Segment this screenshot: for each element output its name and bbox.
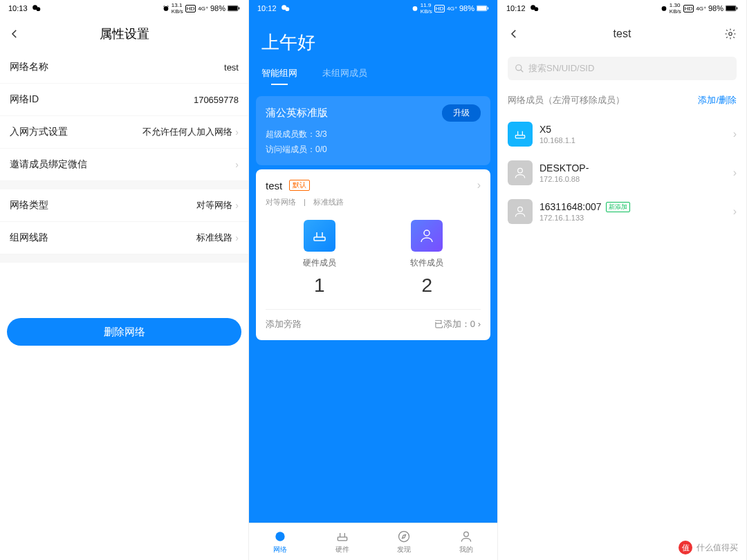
value: test [224,62,239,73]
chevron-right-icon: › [477,179,481,192]
row-invite-wechat[interactable]: 邀请成员绑定微信 › [0,149,248,181]
svg-rect-10 [477,6,487,10]
client-member-value: 0/0 [315,144,327,154]
battery-icon [726,5,738,12]
member-item[interactable]: DESKTOP- 172.16.0.88 › [498,153,746,192]
add-remove-button[interactable]: 添加/删除 [698,94,737,106]
value: 对等网络 [196,199,232,212]
search-input[interactable]: 搜索SN/UID/SID [508,57,737,80]
count: 1 [314,274,325,297]
software-members[interactable]: 软件成员 2 [374,220,481,297]
svg-point-8 [412,6,417,11]
chevron-right-icon: › [235,200,239,211]
greeting: 上午好 [249,17,497,67]
header: test [498,17,746,51]
net-speed: 13.1KB/s [172,2,183,15]
add-bypass-row[interactable]: 添加旁路 已添加：0 › [266,309,481,330]
hardware-members[interactable]: 硬件成员 1 [266,220,374,297]
label: 入网方式设置 [10,126,68,138]
ip: 172.16.1.133 [540,214,726,222]
wechat-icon [281,3,290,13]
bottom-nav: 网络 硬件 发现 我的 [249,523,497,560]
battery-text: 98% [459,4,474,12]
net-speed: 1.30KB/s [670,2,681,15]
chevron-right-icon: › [235,159,239,170]
name: X5 [540,124,551,135]
signal-icon: 4G⁺ [696,6,706,12]
value: 170659778 [194,95,239,105]
signal-icon: 4G⁺ [447,6,457,12]
upgrade-button[interactable]: 升级 [442,104,481,122]
label: 网络名称 [10,61,48,73]
plan-card[interactable]: 蒲公英标准版 升级 超级成员数：3/3 访问端成员：0/0 [256,96,490,165]
new-tag: 新添加 [606,202,630,212]
chevron-right-icon: › [235,127,239,138]
clock: 10:12 [257,4,277,12]
svg-point-27 [518,168,523,173]
smzdm-logo-icon: 值 [679,541,692,554]
battery-icon [228,5,240,12]
label: 网络 [273,545,287,554]
net-speed: 11.9KB/s [421,2,432,15]
value: 已添加：0 [434,319,475,329]
network-subtitle: 对等网络 | 标准线路 [266,197,481,207]
ip: 10.168.1.1 [540,136,726,144]
svg-point-20 [661,6,666,11]
chevron-right-icon: › [478,319,481,329]
svg-point-19 [534,7,538,11]
row-network-type[interactable]: 网络类型 对等网络 › [0,189,248,222]
delete-network-button[interactable]: 删除网络 [7,318,241,346]
svg-rect-11 [488,8,489,10]
nav-network[interactable]: 网络 [249,523,311,560]
count: 2 [421,274,432,297]
svg-rect-22 [726,6,736,10]
svg-rect-5 [239,8,240,10]
nav-hardware[interactable]: 硬件 [311,523,374,560]
svg-point-14 [275,532,284,541]
page-title: test [614,28,631,40]
tab-ungrouped[interactable]: 未组网成员 [322,67,367,85]
row-network-name[interactable]: 网络名称 test [0,51,248,84]
person-icon [411,220,443,252]
gear-icon[interactable] [724,28,737,40]
row-network-id: 网络ID 170659778 [0,84,248,116]
svg-rect-4 [228,6,238,10]
placeholder: 搜索SN/UID/SID [528,62,594,75]
header: 属性设置 [0,17,248,51]
router-icon [304,220,335,252]
member-item[interactable]: X5 10.168.1.1 › [498,115,746,153]
svg-point-25 [516,65,522,71]
svg-point-24 [729,32,732,36]
nav-mine[interactable]: 我的 [435,523,497,560]
status-bar: 10:13 13.1KB/s HD 4G⁺ 98% [0,0,248,17]
client-member-label: 访问端成员： [266,144,315,154]
name: 16311648:007 [540,201,602,212]
label: 软件成员 [410,257,443,269]
person-icon [508,160,533,185]
hardware-icon [335,530,349,543]
nav-discover[interactable]: 发现 [374,523,436,560]
tab-smart-network[interactable]: 智能组网 [261,67,297,85]
svg-point-13 [424,230,430,236]
section-header: 网络成员（左滑可移除成员） 添加/删除 [498,86,746,115]
section-gap [0,181,248,189]
wechat-icon [32,3,42,13]
wechat-icon [530,3,540,13]
alarm-icon [412,5,418,12]
row-network-line[interactable]: 组网线路 标准线路 › [0,222,248,254]
section-gap [0,254,248,263]
svg-rect-26 [515,136,524,138]
hd-icon: HD [434,5,445,12]
status-bar: 10:12 11.9KB/s HD 4G⁺ 98% [249,0,497,17]
person-icon [508,199,533,224]
back-icon[interactable] [508,28,520,40]
battery-icon [477,5,489,12]
status-bar: 10:12 1.30KB/s HD 4G⁺ 98% [498,0,746,17]
back-icon[interactable] [8,28,21,40]
person-icon [459,530,473,543]
super-member-label: 超级成员数： [266,129,315,139]
row-join-method[interactable]: 入网方式设置 不允许任何人加入网络 › [0,116,248,149]
svg-rect-12 [314,237,325,241]
network-header[interactable]: test 默认 › [266,179,481,192]
member-item[interactable]: 16311648:007 新添加 172.16.1.133 › [498,192,746,231]
